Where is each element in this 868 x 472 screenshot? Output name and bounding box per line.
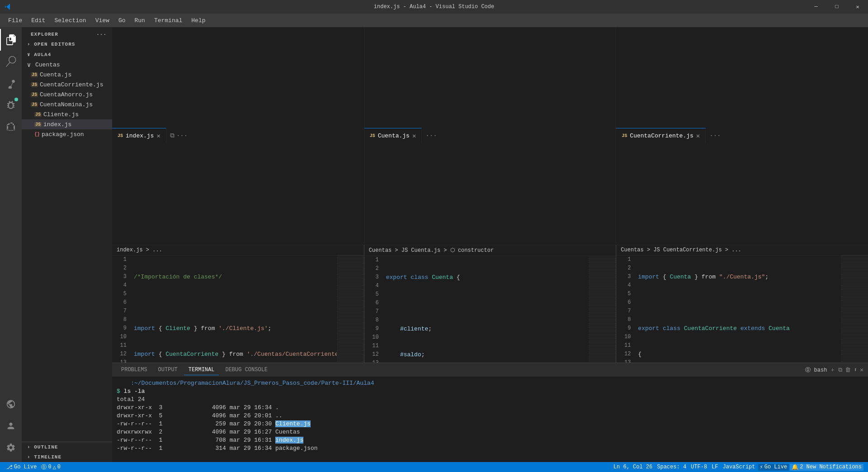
panel1-actions: ⧉ ···	[166, 132, 191, 139]
activity-remote[interactable]	[0, 393, 22, 415]
tab-bar: JS index.js ✕ ⧉ ··· JS Cuenta.js ✕ ···	[112, 27, 868, 245]
terminal-content[interactable]: :~/Documentos/ProgramacionAlura/JS_Prmer…	[112, 377, 868, 462]
breadcrumb-panel1: index.js > ...	[112, 245, 364, 255]
file-cuenta-js[interactable]: JS Cuenta.js	[22, 70, 112, 80]
notifications-text: 2 New Notifications	[800, 464, 862, 470]
terminal-maximize-icon[interactable]: ⬆	[854, 366, 857, 373]
window-title: index.js - Aula4 - Visual Studio Code	[374, 4, 494, 10]
menu-selection[interactable]: Selection	[51, 15, 90, 26]
terminal-split-icon[interactable]: ⧉	[838, 367, 842, 373]
git-branch-icon: ⎇	[6, 464, 13, 471]
tab-cuenta-js[interactable]: JS Cuenta.js ✕	[364, 128, 422, 144]
open-editors-section[interactable]: › OPEN EDITORS	[22, 39, 112, 49]
warning-icon: △	[53, 464, 56, 471]
menu-view[interactable]: View	[92, 15, 113, 26]
file-cuentacorriente-js[interactable]: JS CuentaCorriente.js	[22, 80, 112, 90]
js-file-icon: JS	[31, 102, 38, 107]
file-index-js[interactable]: JS index.js	[22, 119, 112, 129]
status-git[interactable]: ⎇ Go Live	[5, 463, 38, 471]
status-right: Ln 6, Col 26 Spaces: 4 UTF-8 LF JavaScri…	[612, 464, 863, 471]
tab-index-js[interactable]: JS index.js ✕	[112, 128, 166, 144]
terminal-add-icon[interactable]: ＋	[830, 366, 835, 374]
terminal-tab-bar: PROBLEMS OUTPUT TERMINAL DEBUG CONSOLE ⓪…	[112, 363, 868, 377]
tab-debug-console[interactable]: DEBUG CONSOLE	[221, 365, 272, 375]
editor-area: JS index.js ✕ ⧉ ··· JS Cuenta.js ✕ ···	[112, 27, 868, 462]
menu-run[interactable]: Run	[131, 15, 148, 26]
activity-settings[interactable]	[0, 437, 22, 458]
code-panel1[interactable]: /*Importación de clases*/ import { Clien…	[130, 255, 337, 363]
sidebar-menu-icon[interactable]: ···	[96, 32, 107, 37]
activity-source-control[interactable]	[0, 72, 22, 94]
menu-bar: File Edit Selection View Go Run Terminal…	[0, 14, 868, 27]
tab-close-icon[interactable]: ✕	[156, 132, 160, 140]
menu-edit[interactable]: Edit	[28, 15, 49, 26]
status-spaces[interactable]: Spaces: 4	[655, 464, 688, 471]
tab-close-icon[interactable]: ✕	[696, 132, 700, 140]
file-cliente-js[interactable]: JS Cliente.js	[22, 109, 112, 119]
tab-terminal[interactable]: TERMINAL	[184, 365, 219, 375]
terminal-output-1: drwxr-xr-x 3 4096 mar 29 16:34 .	[117, 404, 863, 412]
terminal-path: :~/Documentos/ProgramacionAlura/JS_Prmer…	[131, 380, 374, 387]
folder-cuentas[interactable]: ∨ Cuentas	[22, 60, 112, 70]
activity-bar	[0, 27, 22, 462]
status-encoding[interactable]: UTF-8	[689, 464, 709, 471]
menu-go[interactable]: Go	[115, 15, 129, 26]
terminal-trash-icon[interactable]: 🗑	[845, 367, 851, 373]
breadcrumb-panel3: Cuentas > JS CuentaCorriente.js > ...	[616, 245, 868, 255]
file-cuentanomina-js[interactable]: JS CuentaNomina.js	[22, 99, 112, 109]
tab-output[interactable]: OUTPUT	[154, 365, 182, 375]
activity-search[interactable]	[0, 51, 22, 72]
minimize-button[interactable]: ─	[806, 0, 826, 14]
js-file-icon: JS	[34, 112, 42, 117]
file-package-json[interactable]: {} package.json	[22, 129, 112, 139]
panel-menu-icon[interactable]: ···	[709, 132, 721, 139]
code-panel3[interactable]: import { Cuenta } from "./Cuenta.js"; ex…	[634, 255, 841, 363]
activity-extensions[interactable]	[0, 116, 22, 137]
highlighted-file2: index.js	[275, 437, 303, 444]
sidebar-header: EXPLORER ···	[22, 27, 112, 39]
warning-count: 0	[57, 464, 61, 470]
js-file-icon: JS	[31, 82, 38, 87]
close-button[interactable]: ✕	[847, 0, 868, 14]
tab-close-icon[interactable]: ✕	[412, 132, 416, 140]
line-numbers-panel2: 12345 678910 1112131415 1617181920 21222…	[364, 256, 382, 363]
status-errors[interactable]: ⓪ 0 △ 0	[39, 463, 62, 471]
status-bar: ⎇ Go Live ⓪ 0 △ 0 Ln 6, Col 26 Spaces: 4…	[0, 462, 868, 472]
menu-help[interactable]: Help	[188, 15, 209, 26]
breadcrumb-panel2: Cuentas > JS Cuenta.js > ⬡ constructor	[364, 245, 616, 256]
code-panel2[interactable]: export class Cuenta { #cliente; #saldo; …	[382, 256, 589, 363]
panel-menu-icon[interactable]: ···	[176, 132, 188, 139]
go-live-text: Go Live	[764, 464, 787, 470]
split-editor-icon[interactable]: ⧉	[170, 132, 175, 139]
minimap-panel3	[841, 255, 868, 363]
terminal-close-icon[interactable]: ✕	[860, 366, 863, 373]
outline-section[interactable]: › OUTLINE	[22, 442, 112, 452]
json-file-icon: {}	[34, 132, 40, 137]
code-editor-panel3[interactable]: 12345 678910 1112131415 1617181920 21 im…	[616, 255, 868, 363]
menu-terminal[interactable]: Terminal	[151, 15, 186, 26]
line-col-text: Ln 6, Col 26	[613, 464, 652, 470]
language-text: JavaScript	[723, 464, 755, 470]
status-go-live[interactable]: ⚡ Go Live	[758, 464, 789, 471]
folder-label: Cuentas	[35, 61, 60, 68]
activity-account[interactable]	[0, 415, 22, 437]
activity-explorer[interactable]	[0, 29, 22, 51]
aula4-section[interactable]: ∨ AULA4	[22, 49, 112, 60]
title-bar: index.js - Aula4 - Visual Studio Code ─ …	[0, 0, 868, 14]
timeline-section[interactable]: › TIMELINE	[22, 452, 112, 462]
tab-cuentacorriente-js[interactable]: JS CuentaCorriente.js ✕	[616, 128, 706, 144]
js-file-icon: JS	[34, 122, 42, 127]
status-line-col[interactable]: Ln 6, Col 26	[612, 464, 654, 471]
menu-file[interactable]: File	[5, 15, 26, 26]
status-line-ending[interactable]: LF	[710, 464, 720, 471]
activity-debug[interactable]	[0, 94, 22, 116]
status-notifications[interactable]: 🔔 2 New Notifications	[790, 464, 863, 471]
file-cuentaahorro-js[interactable]: JS CuentaAhorro.js	[22, 90, 112, 99]
status-language[interactable]: JavaScript	[721, 464, 757, 471]
code-editor-panel1[interactable]: 12345 678910 1112131415 1617 /*Importaci…	[112, 255, 364, 363]
code-editor-panel2[interactable]: 12345 678910 1112131415 1617181920 21222…	[364, 256, 616, 363]
tab-problems[interactable]: PROBLEMS	[117, 365, 152, 375]
tab-label: Cuenta.js	[378, 132, 410, 139]
panel-menu-icon[interactable]: ···	[425, 132, 437, 139]
maximize-button[interactable]: □	[826, 0, 847, 14]
